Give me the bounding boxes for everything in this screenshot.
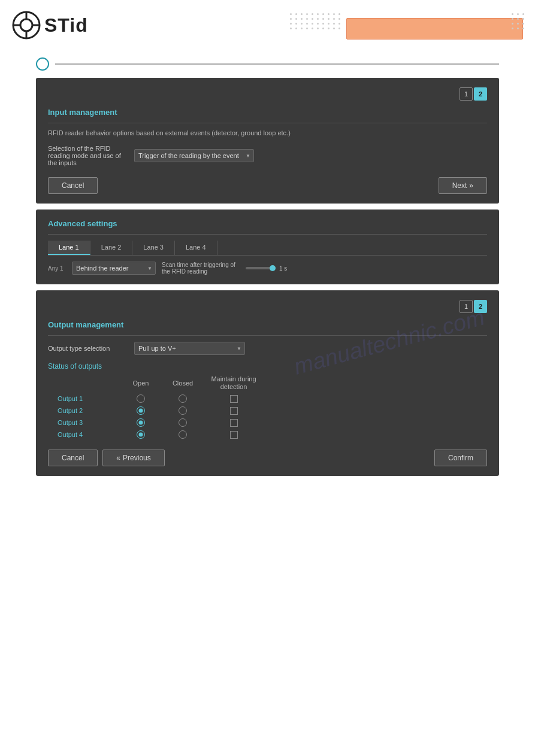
main-content: 1 2 Input management RFID reader behavio… [0, 45, 535, 494]
step-2-box: 2 [474, 87, 487, 101]
output-2-maintain-cell [204, 407, 264, 415]
rfid-mode-label: Selection of the RFID reading mode and u… [48, 145, 126, 166]
output-1-maintain-checkbox[interactable] [230, 395, 238, 403]
output-2-closed-cell [162, 406, 204, 415]
output-2-label: Output 2 [48, 407, 120, 414]
confirm-button[interactable]: Confirm [434, 450, 487, 466]
output-2-open-radio[interactable] [137, 406, 145, 415]
panel-divider-2 [48, 234, 487, 235]
output-2-row: Output 2 [48, 406, 487, 415]
output-3-label: Output 3 [48, 419, 120, 426]
input-management-desc: RFID reader behavior options based on ex… [48, 129, 487, 136]
dot-pattern [290, 13, 340, 29]
output-4-open-cell [120, 430, 162, 439]
output-type-select[interactable]: Pull up to V+ Push-Pull Open drain [134, 342, 245, 355]
rfid-mode-select[interactable]: Trigger of the reading by the event Cont… [134, 149, 254, 162]
status-outputs-section: Status of outputs Open Closed Maintain d… [48, 362, 487, 439]
output-step-indicators: 1 2 [48, 300, 487, 313]
input-cancel-button[interactable]: Cancel [48, 177, 98, 194]
output-type-label: Output type selection [48, 345, 126, 352]
output-2-maintain-checkbox[interactable] [230, 407, 238, 415]
output-3-closed-cell [162, 418, 204, 427]
rfid-mode-select-wrapper: Trigger of the reading by the event Cont… [134, 149, 254, 162]
rfid-mode-field-row: Selection of the RFID reading mode and u… [48, 145, 487, 166]
output-3-row: Output 3 [48, 418, 487, 427]
output-3-open-cell [120, 418, 162, 427]
step-1-box: 1 [460, 87, 473, 101]
output-left-buttons: Cancel « Previous [48, 450, 165, 466]
output-1-maintain-cell [204, 395, 264, 403]
previous-button[interactable]: « Previous [102, 450, 164, 466]
logo: STid [12, 11, 88, 40]
panel-divider-3 [48, 335, 487, 336]
tab-lane-2[interactable]: Lane 2 [90, 241, 133, 255]
header: STid [0, 0, 535, 45]
previous-label: Previous [123, 454, 151, 462]
output-1-row: Output 1 [48, 394, 487, 403]
svg-point-1 [20, 19, 32, 31]
position-select[interactable]: Behind the reader In front of the reader… [72, 262, 156, 275]
dot-pattern-right [512, 13, 524, 29]
status-outputs-label: Status of outputs [48, 362, 487, 371]
status-col-open-header: Open [120, 379, 162, 387]
any-label: Any 1 [48, 265, 66, 272]
next-button[interactable]: Next » [439, 177, 487, 194]
output-4-row: Output 4 [48, 430, 487, 439]
output-2-closed-radio[interactable] [179, 406, 187, 415]
slider-container: 1 s [246, 265, 287, 272]
output-3-open-radio[interactable] [137, 418, 145, 427]
tab-lane-4[interactable]: Lane 4 [175, 241, 217, 255]
output-management-title: Output management [48, 320, 487, 329]
orange-highlight-box [346, 18, 523, 40]
advanced-settings-panel: Advanced settings Lane 1 Lane 2 Lane 3 L… [36, 210, 499, 284]
output-4-label: Output 4 [48, 431, 120, 438]
slider-track[interactable] [246, 267, 276, 269]
output-2-open-cell [120, 406, 162, 415]
advanced-settings-row: Any 1 Behind the reader In front of the … [48, 262, 487, 275]
output-1-closed-cell [162, 394, 204, 403]
output-1-open-cell [120, 394, 162, 403]
output-cancel-button[interactable]: Cancel [48, 450, 98, 466]
output-management-panel: 1 2 Output management Output type select… [36, 290, 499, 476]
status-header-row: Open Closed Maintain during detection [48, 375, 487, 391]
scan-time-desc: Scan time after triggering of the RFID r… [162, 262, 240, 275]
output-type-field-row: Output type selection Pull up to V+ Push… [48, 342, 487, 355]
status-col-maintain-header: Maintain during detection [204, 375, 264, 391]
output-4-maintain-checkbox[interactable] [230, 431, 238, 439]
output-4-closed-radio[interactable] [179, 430, 187, 439]
step-indicators: 1 2 [48, 87, 487, 101]
section-header [36, 57, 499, 71]
output-1-open-radio[interactable] [137, 394, 145, 403]
panel-divider-1 [48, 123, 487, 123]
output-step-2-box: 2 [474, 300, 487, 313]
input-management-panel: 1 2 Input management RFID reader behavio… [36, 78, 499, 204]
output-1-label: Output 1 [48, 395, 120, 402]
stid-logo-icon [12, 11, 41, 40]
output-4-open-radio[interactable] [137, 430, 145, 439]
output-4-maintain-cell [204, 431, 264, 439]
output-step-1-box: 1 [460, 300, 473, 313]
output-1-closed-radio[interactable] [179, 394, 187, 403]
output-3-maintain-checkbox[interactable] [230, 419, 238, 427]
previous-icon: « [116, 454, 120, 462]
next-icon: » [469, 181, 473, 190]
output-3-maintain-cell [204, 419, 264, 427]
output-button-row: Cancel « Previous Confirm [48, 450, 487, 466]
logo-text: STid [44, 14, 88, 37]
output-type-select-wrapper: Pull up to V+ Push-Pull Open drain [134, 342, 245, 355]
position-select-wrapper: Behind the reader In front of the reader… [72, 262, 156, 275]
circle-indicator [36, 57, 49, 71]
tab-lane-1[interactable]: Lane 1 [48, 241, 90, 255]
tab-lane-3[interactable]: Lane 3 [132, 241, 175, 255]
slider-thumb [270, 265, 276, 271]
advanced-settings-title: Advanced settings [48, 219, 487, 228]
output-4-closed-cell [162, 430, 204, 439]
input-management-title: Input management [48, 108, 487, 117]
slider-value: 1 s [279, 265, 287, 272]
output-3-closed-radio[interactable] [179, 418, 187, 427]
input-mgmt-button-row: Cancel Next » [48, 177, 487, 194]
status-col-closed-header: Closed [162, 379, 204, 387]
section-line [55, 63, 499, 65]
next-label: Next [452, 181, 467, 190]
lane-tabs: Lane 1 Lane 2 Lane 3 Lane 4 [48, 241, 487, 256]
